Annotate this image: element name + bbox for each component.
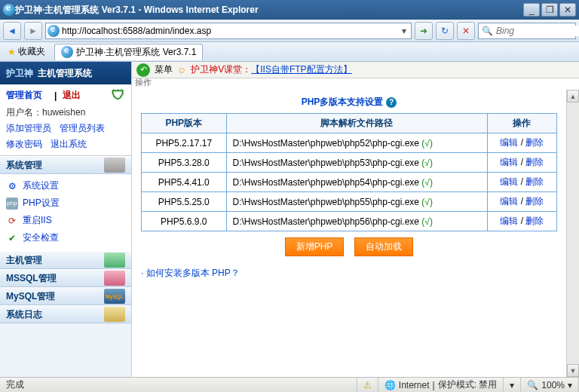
search-icon: 🔍: [482, 26, 493, 36]
restart-icon: ⟳: [6, 215, 18, 227]
user-panel: 管理首页 | 退出 🛡 用户名：huweishen 添加管理员 管理员列表 修改…: [0, 84, 131, 156]
delete-link[interactable]: 删除: [525, 157, 544, 167]
delete-link[interactable]: 删除: [525, 196, 544, 207]
php-versions-table: PHP版本 脚本解析文件路径 操作 PHP5.2.17.17D:\HwsHost…: [141, 113, 557, 231]
breadcrumb: ↶ 菜单 ☺ 护卫神V课堂：【IIS自带FTP配置方法】: [132, 62, 579, 78]
cell-path: D:\HwsHostMaster\phpweb\php52\php-cgi.ex…: [226, 133, 487, 153]
search-box[interactable]: 🔍: [478, 23, 576, 39]
promo-link[interactable]: 【IIS自带FTP配置方法】: [251, 64, 351, 75]
ok-icon: (√): [421, 158, 433, 168]
minimize-button[interactable]: _: [523, 3, 540, 17]
tab-bar: ★ 收藏夹 护卫神·主机管理系统 Ver3.7.1: [0, 42, 579, 62]
url-dropdown-icon[interactable]: ▾: [399, 26, 409, 36]
section-host[interactable]: 主机管理: [0, 251, 131, 269]
zoom-control[interactable]: 🔍 100% ▾: [521, 378, 579, 392]
url-input[interactable]: [62, 24, 399, 38]
status-extra[interactable]: ▾: [504, 378, 521, 392]
host-icon: [104, 253, 125, 268]
delete-link[interactable]: 删除: [525, 176, 544, 187]
menu-restart-iis[interactable]: ⟳重启IIS: [3, 212, 128, 229]
section-mysql-label: MySQL管理: [6, 290, 55, 303]
scroll-track[interactable]: [567, 103, 579, 364]
ie-icon: [3, 4, 15, 16]
page-icon: [47, 25, 60, 37]
brand-name: 护卫神: [6, 67, 33, 80]
refresh-button[interactable]: ↻: [436, 22, 454, 40]
main-panel: ↶ 菜单 ☺ 护卫神V课堂：【IIS自带FTP配置方法】 操作 PHP多版本支持…: [132, 62, 579, 377]
mssql-icon: [104, 271, 125, 286]
status-zone: Internet: [399, 380, 430, 390]
search-input[interactable]: [496, 26, 579, 36]
edit-link[interactable]: 编辑: [500, 157, 518, 167]
menu-security-check[interactable]: ✔安全检查: [3, 229, 128, 247]
forward-button[interactable]: ►: [24, 22, 42, 40]
section-log[interactable]: 系统日志: [0, 305, 131, 323]
brand-subtitle: 主机管理系统: [38, 67, 92, 80]
cell-path: D:\HwsHostMaster\phpweb\php55\php-cgi.ex…: [226, 192, 487, 212]
cell-action: 编辑 / 删除: [487, 212, 556, 231]
scroll-down-icon[interactable]: ▼: [567, 364, 579, 377]
table-row: PHP5.4.41.0D:\HwsHostMaster\phpweb\php54…: [142, 173, 557, 192]
section-log-label: 系统日志: [6, 308, 42, 321]
brand-header: 护卫神 主机管理系统: [0, 62, 131, 84]
delete-link[interactable]: 删除: [525, 137, 544, 148]
stop-button[interactable]: ✕: [457, 22, 475, 40]
col-path: 脚本解析文件路径: [226, 114, 487, 133]
edit-link[interactable]: 编辑: [500, 137, 518, 148]
section-system[interactable]: 系统管理: [0, 156, 131, 174]
delete-link[interactable]: 删除: [525, 216, 544, 226]
back-icon[interactable]: ↶: [136, 63, 150, 77]
status-done: 完成: [6, 378, 24, 391]
auto-load-button[interactable]: 自动加载: [354, 237, 413, 256]
address-bar[interactable]: ▾: [45, 23, 412, 39]
cell-path: D:\HwsHostMaster\phpweb\php56\php-cgi.ex…: [226, 212, 487, 231]
edit-link[interactable]: 编辑: [500, 196, 518, 207]
cell-version: PHP5.6.9.0: [142, 212, 227, 231]
php-icon: php: [6, 198, 18, 210]
cell-version: PHP5.2.17.17: [142, 133, 227, 153]
edit-link[interactable]: 编辑: [500, 216, 518, 226]
menu-php-settings[interactable]: phpPHP设置: [3, 194, 128, 212]
warn-icon: ⚠: [363, 380, 372, 390]
add-admin-link[interactable]: 添加管理员: [6, 123, 51, 133]
restore-button[interactable]: ❐: [541, 3, 558, 17]
gear-icon: ⚙: [6, 180, 18, 192]
change-password-link[interactable]: 修改密码: [6, 139, 42, 149]
favorites-button[interactable]: ★ 收藏夹: [3, 44, 50, 60]
scroll-up-icon[interactable]: ▲: [567, 90, 579, 103]
nav-toolbar: ◄ ► ▾ ➜ ↻ ✕ 🔍: [0, 20, 579, 42]
admin-list-link[interactable]: 管理员列表: [60, 123, 105, 133]
ok-icon: (√): [421, 138, 433, 149]
star-icon: ★: [8, 47, 16, 57]
edit-link[interactable]: 编辑: [500, 176, 518, 187]
cell-version: PHP5.5.25.0: [142, 192, 227, 212]
back-button[interactable]: ◄: [3, 22, 21, 40]
section-system-label: 系统管理: [6, 159, 42, 172]
cell-action: 编辑 / 删除: [487, 133, 556, 153]
close-button[interactable]: ✕: [559, 3, 576, 17]
add-php-button[interactable]: 新增PHP: [285, 237, 345, 256]
help-icon[interactable]: ?: [386, 97, 397, 108]
logout-link[interactable]: 退出: [63, 89, 81, 102]
operation-label: 操作: [135, 77, 579, 88]
help-link[interactable]: · 如何安装多版本 PHP？: [141, 268, 240, 278]
cell-version: PHP5.4.41.0: [142, 173, 227, 192]
globe-icon: 🌐: [384, 380, 396, 390]
favorites-label: 收藏夹: [18, 45, 45, 58]
zoom-value: 100%: [541, 380, 565, 390]
section-mssql-label: MSSQL管理: [6, 272, 57, 285]
vertical-scrollbar[interactable]: ▲ ▼: [566, 90, 579, 377]
page-content: 护卫神 主机管理系统 管理首页 | 退出 🛡 用户名：huweishen 添加管…: [0, 62, 579, 377]
go-button[interactable]: ➜: [415, 22, 433, 40]
cell-path: D:\HwsHostMaster\phpweb\php54\php-cgi.ex…: [226, 173, 487, 192]
browser-tab[interactable]: 护卫神·主机管理系统 Ver3.7.1: [54, 44, 203, 60]
section-mssql[interactable]: MSSQL管理: [0, 269, 131, 287]
menu-system-settings[interactable]: ⚙系统设置: [3, 177, 128, 194]
exit-system-link[interactable]: 退出系统: [51, 139, 87, 149]
window-title: 护卫神·主机管理系统 Ver3.7.1 - Windows Internet E…: [15, 4, 522, 17]
section-mysql[interactable]: MySQL管理 MySQL: [0, 287, 131, 305]
table-row: PHP5.3.28.0D:\HwsHostMaster\phpweb\php53…: [142, 153, 557, 173]
section-host-label: 主机管理: [6, 254, 42, 267]
admin-home-link[interactable]: 管理首页: [6, 89, 42, 102]
ok-icon: (√): [421, 216, 433, 227]
